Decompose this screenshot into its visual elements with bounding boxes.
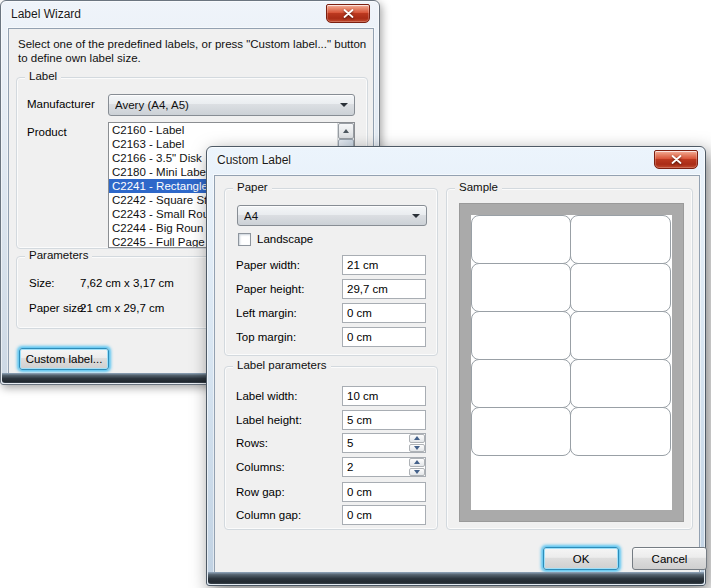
paper-type-value: A4 [244,210,412,222]
paper-group-caption: Paper [233,181,272,193]
label-height-row: Label height: [225,410,437,431]
chevron-down-icon [414,446,420,450]
label-width-label: Label width: [236,390,297,402]
label-wizard-titlebar[interactable]: Label Wizard [1,1,379,27]
sample-label-cell [570,311,671,360]
sample-paper [471,215,672,510]
ok-button[interactable]: OK [543,547,619,570]
columns-label: Columns: [236,461,285,473]
label-parameters-caption: Label parameters [233,359,331,371]
sample-group-caption: Sample [455,181,502,193]
spin-down-button[interactable] [409,444,425,453]
row-gap-row: Row gap: [225,482,437,503]
custom-label-window: Custom Label Paper A4 Landscape Paper wi… [206,146,706,586]
rows-label: Rows: [236,437,268,449]
sample-group: Sample [446,188,693,530]
scroll-up-button[interactable] [338,123,354,139]
paper-width-input[interactable] [342,255,426,275]
left-margin-row: Left margin: [225,303,437,324]
columns-spinner [409,458,425,476]
row-gap-input[interactable] [342,482,426,502]
paper-height-row: Paper height: [225,279,437,300]
top-margin-row: Top margin: [225,327,437,348]
size-label: Size: [29,277,55,289]
landscape-checkbox[interactable] [238,233,251,246]
close-icon [671,155,682,164]
chevron-up-icon [414,460,420,464]
chevron-up-icon [343,129,349,133]
landscape-label: Landscape [257,233,313,245]
sample-label-cell [471,359,571,408]
sample-label-cell [570,359,671,408]
spin-down-button[interactable] [409,468,425,477]
top-margin-input[interactable] [342,327,426,347]
product-label: Product [27,126,67,138]
custom-label-client: Paper A4 Landscape Paper width: Paper he… [214,175,700,573]
sample-label-cell [471,311,571,360]
column-gap-label: Column gap: [236,509,301,521]
cancel-button[interactable]: Cancel [632,547,707,570]
close-button[interactable] [654,150,698,169]
close-button[interactable] [326,4,370,23]
manufacturer-label: Manufacturer [27,98,95,110]
rows-spinner [409,434,425,452]
paper-size-label: Paper size: [29,302,87,314]
size-value: 7,62 cm x 3,17 cm [80,277,174,289]
label-width-input[interactable] [342,386,426,406]
chevron-down-icon [340,103,348,107]
columns-row: Columns: [225,457,437,478]
paper-group: Paper A4 Landscape Paper width: Paper he… [224,188,438,356]
close-icon [343,9,354,18]
window-title: Label Wizard [11,7,81,21]
parameters-group-caption: Parameters [25,249,92,261]
custom-label-titlebar[interactable]: Custom Label [207,147,705,173]
sample-label-cell [471,215,571,264]
spin-up-button[interactable] [409,458,425,467]
label-group-caption: Label [25,70,61,82]
sample-label-cell [471,263,571,312]
paper-width-label: Paper width: [236,259,300,271]
sample-label-cell [471,407,571,456]
chevron-down-icon [412,214,420,218]
left-margin-label: Left margin: [236,307,297,319]
top-margin-label: Top margin: [236,331,296,343]
sample-label-cell [570,263,671,312]
column-gap-row: Column gap: [225,505,437,526]
product-list-item[interactable]: C2160 - Label [109,123,337,137]
sample-label-cell [570,215,671,264]
paper-size-value: 21 cm x 29,7 cm [80,302,164,314]
sample-grid [471,215,671,455]
chevron-down-icon [414,470,420,474]
paper-height-label: Paper height: [236,283,304,295]
row-gap-label: Row gap: [236,486,285,498]
label-height-label: Label height: [236,414,302,426]
chevron-up-icon [414,436,420,440]
desktop: Label Wizard Select one of the predefine… [0,0,711,588]
spin-up-button[interactable] [409,434,425,443]
manufacturer-value: Avery (A4, A5) [115,99,340,111]
label-height-input[interactable] [342,410,426,430]
instruction-text: Select one of the predefined labels, or … [18,37,370,65]
left-margin-input[interactable] [342,303,426,323]
paper-height-input[interactable] [342,279,426,299]
sample-label-cell [570,407,671,456]
custom-label-button[interactable]: Custom label... [19,348,109,370]
paper-width-row: Paper width: [225,255,437,276]
label-parameters-group: Label parameters Label width: Label heig… [224,366,438,530]
paper-type-select[interactable]: A4 [237,205,427,226]
manufacturer-select[interactable]: Avery (A4, A5) [108,94,355,116]
sample-preview [459,203,684,522]
rows-row: Rows: [225,433,437,454]
column-gap-input[interactable] [342,505,426,525]
label-width-row: Label width: [225,386,437,407]
window-title: Custom Label [217,153,291,167]
